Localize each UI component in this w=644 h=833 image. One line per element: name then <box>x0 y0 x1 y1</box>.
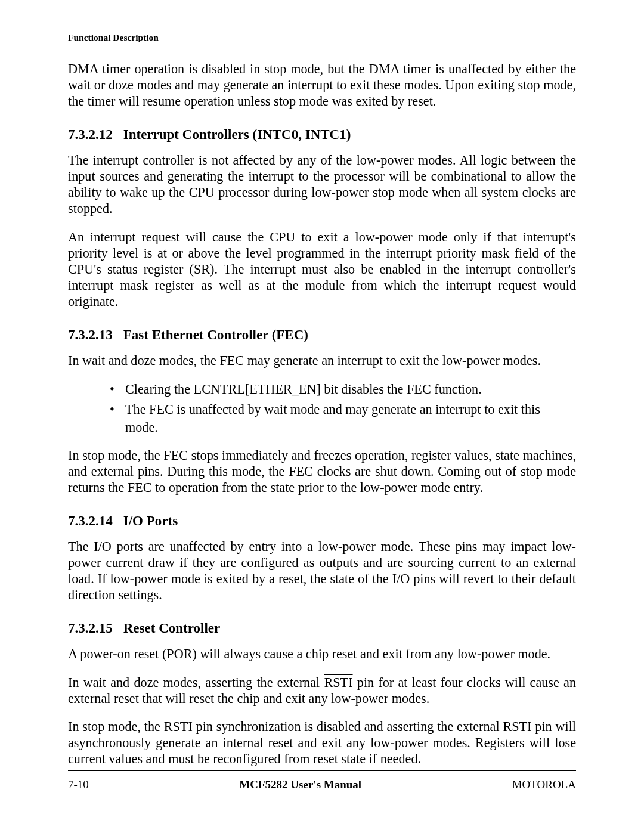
list-item: Clearing the ECNTRL[ETHER_EN] bit disabl… <box>110 380 576 398</box>
paragraph: The I/O ports are unaffected by entry in… <box>68 538 576 603</box>
heading-number: 7.3.2.13 <box>68 327 113 343</box>
heading-number: 7.3.2.12 <box>68 127 113 143</box>
heading-io-ports: 7.3.2.14I/O Ports <box>68 513 576 529</box>
text-run: pin synchronization is disabled and asse… <box>193 719 503 734</box>
paragraph: The interrupt controller is not affected… <box>68 152 576 216</box>
running-header: Functional Description <box>68 32 576 43</box>
heading-fec: 7.3.2.13Fast Ethernet Controller (FEC) <box>68 327 576 343</box>
intro-paragraph: DMA timer operation is disabled in stop … <box>68 61 576 109</box>
footer-title: MCF5282 User's Manual <box>239 778 361 791</box>
signal-rsti: RSTI <box>324 675 352 690</box>
heading-number: 7.3.2.15 <box>68 621 113 636</box>
text-run: In stop mode, the <box>68 719 164 734</box>
list-item: The FEC is unaffected by wait mode and m… <box>110 401 576 436</box>
heading-interrupt-controllers: 7.3.2.12Interrupt Controllers (INTC0, IN… <box>68 127 576 143</box>
page: Functional Description DMA timer operati… <box>0 0 644 833</box>
heading-text: Reset Controller <box>123 621 220 636</box>
heading-text: Interrupt Controllers (INTC0, INTC1) <box>123 127 351 142</box>
paragraph: In stop mode, the FEC stops immediately … <box>68 447 576 496</box>
signal-rsti: RSTI <box>164 719 193 734</box>
paragraph: In stop mode, the RSTI pin synchronizati… <box>68 719 576 767</box>
bullet-list: Clearing the ECNTRL[ETHER_EN] bit disabl… <box>68 380 576 436</box>
page-footer: 7-10 MCF5282 User's Manual MOTOROLA <box>68 770 576 791</box>
paragraph: A power-on reset (POR) will always cause… <box>68 646 576 662</box>
heading-text: Fast Ethernet Controller (FEC) <box>123 327 308 342</box>
signal-rsti: RSTI <box>503 719 531 734</box>
heading-number: 7.3.2.14 <box>68 513 113 529</box>
footer-brand: MOTOROLA <box>512 778 576 791</box>
paragraph: An interrupt request will cause the CPU … <box>68 229 576 309</box>
heading-text: I/O Ports <box>123 513 178 528</box>
heading-reset-controller: 7.3.2.15Reset Controller <box>68 621 576 636</box>
text-run: In wait and doze modes, asserting the ex… <box>68 675 324 690</box>
footer-page-number: 7-10 <box>68 778 89 791</box>
paragraph: In wait and doze modes, the FEC may gene… <box>68 352 576 368</box>
paragraph: In wait and doze modes, asserting the ex… <box>68 674 576 707</box>
